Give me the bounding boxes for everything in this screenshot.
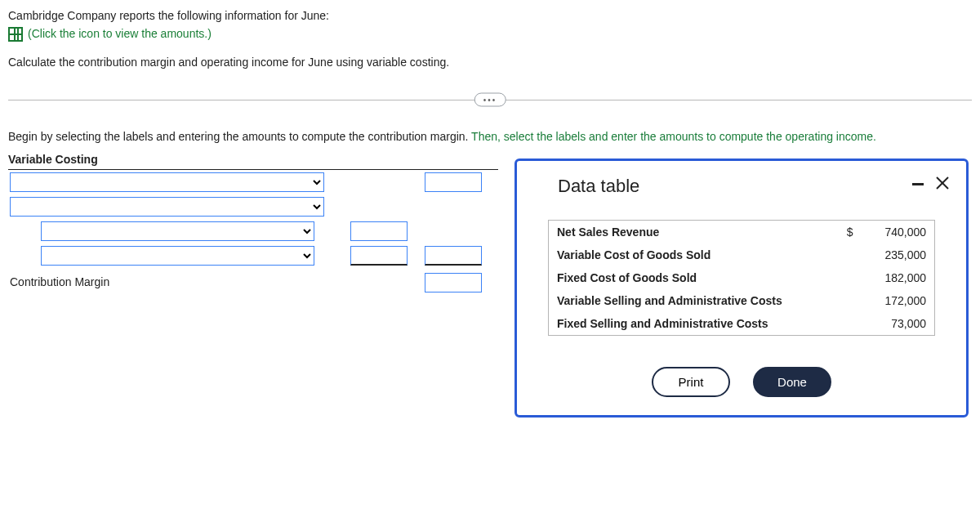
amount-input-row1-col3[interactable] <box>425 172 482 192</box>
data-row-label: Net Sales Revenue <box>549 221 839 244</box>
amount-input-row4-col3[interactable] <box>425 246 482 266</box>
amount-input-row3-col2[interactable] <box>350 221 408 241</box>
currency-symbol <box>839 243 862 266</box>
data-table-icon[interactable] <box>8 27 23 42</box>
data-row-label: Variable Selling and Administrative Cost… <box>549 289 839 301</box>
currency-symbol: $ <box>839 221 862 244</box>
data-row-label: Fixed Cost of Goods Sold <box>549 266 839 289</box>
label-select-row1[interactable] <box>10 172 324 192</box>
worksheet-heading: Variable Costing <box>8 150 349 170</box>
data-table-modal: Data table Net Sales Revenue$740,000Vari… <box>514 159 969 301</box>
label-select-row3[interactable] <box>41 221 314 241</box>
data-row-value: 235,000 <box>862 243 935 266</box>
divider-expand-icon[interactable]: ••• <box>474 93 506 107</box>
currency-symbol <box>839 266 862 289</box>
data-row-label: Variable Cost of Goods Sold <box>549 243 839 266</box>
minimize-icon[interactable] <box>912 183 924 185</box>
data-row-value: 172,000 <box>862 289 935 301</box>
label-select-row2[interactable] <box>10 197 324 217</box>
amount-input-cm[interactable] <box>425 273 482 292</box>
section-divider: ••• <box>8 94 972 105</box>
view-amounts-link[interactable]: (Click the icon to view the amounts.) <box>28 25 212 42</box>
question-intro: Cambridge Company reports the following … <box>8 7 972 71</box>
data-table: Net Sales Revenue$740,000Variable Cost o… <box>548 220 935 301</box>
intro-line-1: Cambridge Company reports the following … <box>8 7 972 25</box>
data-row-value: 740,000 <box>862 221 935 244</box>
data-row-value: 182,000 <box>862 266 935 289</box>
instruction-line: Begin by selecting the labels and enteri… <box>8 130 972 143</box>
modal-title: Data table <box>558 176 639 197</box>
intro-line-2: Calculate the contribution margin and op… <box>8 53 972 71</box>
amount-input-row4-col2[interactable] <box>350 246 408 266</box>
currency-symbol <box>839 289 862 301</box>
contribution-margin-label: Contribution Margin <box>8 268 349 295</box>
worksheet-table: Variable Costing Contribution Margin <box>8 150 498 295</box>
close-icon[interactable] <box>935 176 950 193</box>
label-select-row4[interactable] <box>41 246 314 266</box>
